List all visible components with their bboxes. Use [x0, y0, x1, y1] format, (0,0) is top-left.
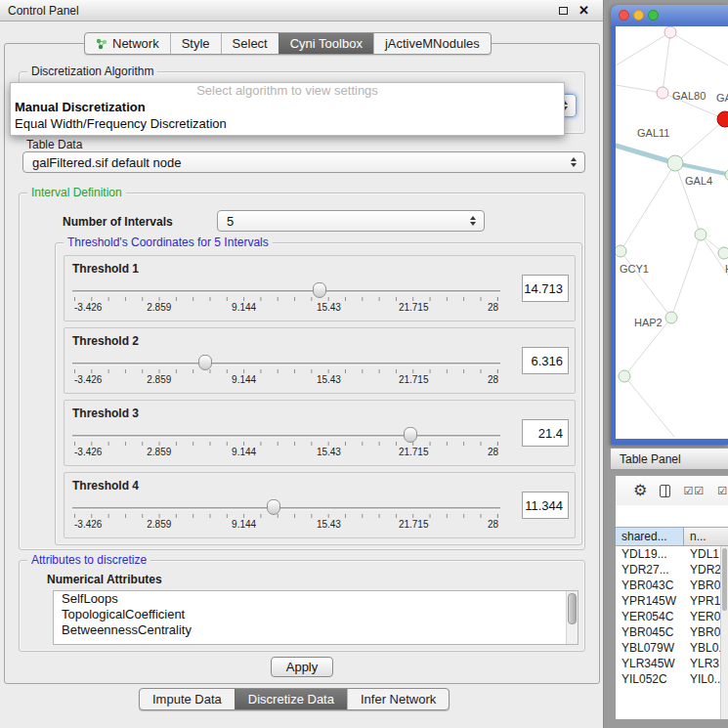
table-row[interactable]: YLR345WYLR3...: [616, 656, 728, 671]
dropdown-option[interactable]: Manual Discretization: [11, 99, 564, 115]
numerical-attributes-list[interactable]: SelfLoopsTopologicalCoefficientBetweenne…: [53, 590, 578, 645]
dropdown-placeholder: Select algorithm to view settings: [11, 83, 564, 99]
tab-label: Network: [112, 36, 159, 51]
select-all-icon[interactable]: ☑: [717, 485, 728, 497]
gear-icon[interactable]: ⚙: [633, 483, 647, 498]
table-row[interactable]: YIL052CYIL0...: [616, 671, 728, 687]
network-node[interactable]: [695, 229, 707, 240]
threshold-value-field[interactable]: 6.316: [522, 347, 569, 374]
list-scrollbar[interactable]: [566, 591, 578, 644]
tab-jactivemnodules[interactable]: jActiveMNodules: [373, 33, 491, 54]
thresholds-group: Threshold's Coordinates for 5 Intervals …: [55, 242, 582, 545]
float-window-icon[interactable]: [559, 7, 568, 15]
tab-cyni-toolbox[interactable]: Cyni Toolbox: [278, 33, 373, 54]
table-scrollbar-thumb[interactable]: [722, 548, 727, 611]
table-row[interactable]: YDR27...YDR2...: [616, 562, 728, 578]
threshold-slider[interactable]: -3.4262.8599.14415.4321.71528: [72, 498, 500, 534]
network-edge[interactable]: [621, 163, 675, 251]
tab-impute-data[interactable]: Impute Data: [140, 689, 235, 709]
table-row[interactable]: YBR043CYBR0...: [616, 578, 728, 593]
threshold-value-field[interactable]: 11.344: [522, 492, 569, 519]
network-node[interactable]: [717, 111, 728, 127]
table-panel-header[interactable]: Table Panel: [611, 448, 728, 470]
tick-label: -3.426: [74, 519, 102, 530]
network-node[interactable]: [616, 245, 626, 257]
slider-thumb[interactable]: [267, 499, 280, 515]
threshold-slider[interactable]: -3.4262.8599.14415.4321.71528: [72, 281, 500, 317]
network-edge[interactable]: [670, 32, 728, 65]
table-panel-title: Table Panel: [620, 452, 681, 466]
table-row[interactable]: YDL19...YDL1...: [616, 546, 728, 562]
network-edge[interactable]: [616, 32, 670, 65]
network-node[interactable]: [657, 87, 668, 99]
select-columns-icon[interactable]: ☑☑: [683, 485, 705, 497]
column-header-shared-name[interactable]: shared...: [616, 528, 684, 545]
network-node[interactable]: [667, 155, 683, 171]
table-row[interactable]: YBL079WYBL0...: [616, 640, 728, 656]
network-edge[interactable]: [621, 251, 671, 318]
slider-thumb[interactable]: [198, 355, 212, 370]
network-node[interactable]: [619, 370, 630, 382]
network-edge[interactable]: [675, 119, 725, 163]
network-edge[interactable]: [671, 235, 701, 318]
discretization-group-title: Discretization Algorithm: [27, 64, 157, 78]
attribute-item[interactable]: BetweennessCentrality: [54, 622, 578, 638]
network-node[interactable]: [718, 247, 728, 259]
bottom-tabs: Impute DataDiscretize DataInfer Network: [139, 688, 450, 710]
tab-style[interactable]: Style: [170, 33, 221, 54]
attribute-item[interactable]: SelfLoops: [54, 591, 578, 607]
numerical-attributes-label: Numerical Attributes: [47, 573, 162, 586]
network-edge[interactable]: [624, 376, 674, 437]
threshold-slider[interactable]: -3.4262.8599.14415.4321.71528: [72, 354, 500, 389]
close-icon[interactable]: ✕: [578, 3, 589, 18]
tab-select[interactable]: Select: [221, 33, 278, 54]
minimize-traffic-light-icon[interactable]: [633, 10, 644, 21]
table-row[interactable]: YPR145WYPR1...: [616, 593, 728, 609]
tab-infer-network[interactable]: Infer Network: [347, 689, 449, 709]
network-edge[interactable]: [616, 146, 675, 163]
table-toolbar: ⚙ ☑☑ ☑: [616, 476, 728, 505]
threshold-slider[interactable]: -3.4262.8599.14415.4321.71528: [72, 426, 500, 461]
slider-thumb[interactable]: [404, 427, 417, 443]
tab-label: Discretize Data: [248, 692, 334, 707]
network-node[interactable]: [665, 312, 677, 323]
network-canvas[interactable]: GAL80GAGAL11GAL4GCY1HHAP2: [616, 26, 728, 439]
tick-label: 15.43: [317, 447, 341, 457]
number-of-intervals-label: Number of Intervals: [63, 215, 173, 229]
close-traffic-light-icon[interactable]: [619, 10, 629, 21]
tab-network[interactable]: Network: [85, 33, 170, 54]
number-of-intervals-combo[interactable]: 5: [217, 210, 485, 232]
tick-label: 21.715: [399, 374, 429, 385]
slider-tick-labels: -3.4262.8599.14415.4321.71528: [74, 447, 498, 458]
network-window[interactable]: GAL80GAGAL11GAL4GCY1HHAP2: [611, 5, 728, 445]
network-node[interactable]: [664, 26, 676, 38]
slider-thumb[interactable]: [313, 282, 326, 298]
table-scrollbar[interactable]: [720, 546, 728, 719]
threshold-value-field[interactable]: 21.4: [522, 419, 569, 447]
table-data-combo[interactable]: galFiltered.sif default node: [22, 151, 585, 173]
threshold-value-field[interactable]: 14.713: [522, 275, 569, 302]
network-edge[interactable]: [675, 163, 701, 235]
tab-label: Cyni Toolbox: [290, 36, 363, 51]
table-row[interactable]: YER054CYER0...: [616, 609, 728, 624]
dropdown-option[interactable]: Equal Width/Frequency Discretization: [11, 115, 564, 132]
list-scrollbar-thumb[interactable]: [568, 593, 577, 624]
table-cell: YDR27...: [616, 562, 684, 578]
table-cell: YDL19...: [616, 546, 684, 562]
threshold-label: Threshold 4: [72, 479, 139, 492]
control-panel-titlebar[interactable]: Control Panel ✕: [0, 0, 603, 21]
columns-icon[interactable]: [660, 485, 670, 497]
apply-button[interactable]: Apply: [271, 657, 333, 677]
table-row[interactable]: YBR045CYBR0...: [616, 624, 728, 640]
threshold-panel: Threshold 3-3.4262.8599.14415.4321.71528…: [64, 400, 576, 466]
attribute-item[interactable]: TopologicalCoefficient: [54, 607, 578, 622]
tick-label: 15.43: [317, 302, 341, 313]
zoom-traffic-light-icon[interactable]: [648, 10, 659, 21]
tab-discretize-data[interactable]: Discretize Data: [235, 689, 347, 709]
network-window-titlebar[interactable]: [611, 5, 728, 26]
column-header-name[interactable]: n...: [684, 528, 728, 545]
threshold-label: Threshold 2: [72, 334, 139, 348]
network-edge[interactable]: [663, 32, 670, 93]
top-tabs: NetworkStyleSelectCyni ToolboxjActiveMNo…: [84, 32, 492, 55]
network-edge[interactable]: [616, 85, 663, 93]
